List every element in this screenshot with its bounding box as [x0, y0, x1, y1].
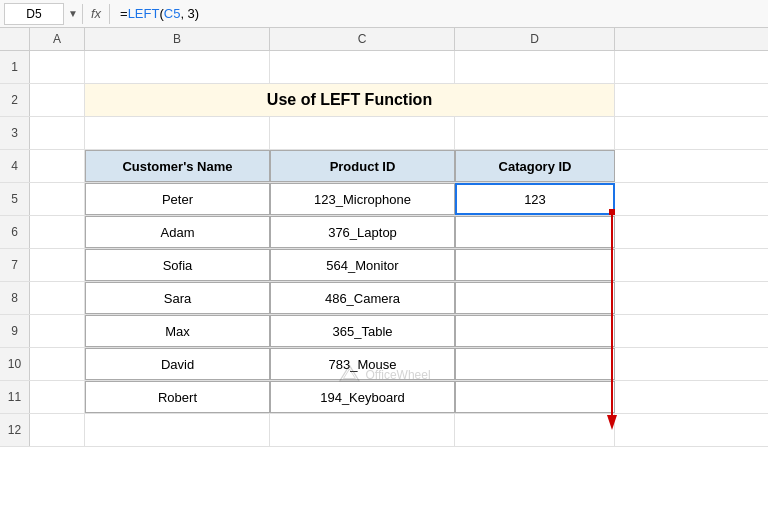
cell-b5-value: Peter [162, 192, 193, 207]
cell-d9[interactable] [455, 315, 615, 347]
cell-c7-value: 564_Monitor [326, 258, 398, 273]
cell-d5[interactable]: 123 [455, 183, 615, 215]
title-cell[interactable]: Use of LEFT Function [85, 84, 615, 116]
cell-b5[interactable]: Peter [85, 183, 270, 215]
cell-c6[interactable]: 376_Laptop [270, 216, 455, 248]
row-num-6: 6 [0, 216, 30, 248]
svg-marker-1 [607, 415, 617, 430]
cell-b11[interactable]: Robert [85, 381, 270, 413]
cell-a1[interactable] [30, 51, 85, 83]
header-name-text: Customer's Name [122, 159, 232, 174]
table-row: 3 [0, 117, 768, 150]
cell-a2[interactable] [30, 84, 85, 116]
cell-c5-value: 123_Microphone [314, 192, 411, 207]
watermark-text: OfficeWheel [365, 368, 430, 382]
row-num-4: 4 [0, 150, 30, 182]
col-header-d[interactable]: D [455, 28, 615, 50]
table-row: 1 [0, 51, 768, 84]
col-header-b[interactable]: B [85, 28, 270, 50]
cell-b12[interactable] [85, 414, 270, 446]
cell-b8-value: Sara [164, 291, 191, 306]
row-num-7: 7 [0, 249, 30, 281]
cell-b6-value: Adam [161, 225, 195, 240]
cell-c3[interactable] [270, 117, 455, 149]
column-headers: A B C D [0, 28, 768, 51]
spreadsheet: A B C D 1 2 Use of LEFT Function [0, 28, 768, 515]
row-num-2: 2 [0, 84, 30, 116]
watermark: OfficeWheel [337, 363, 430, 387]
cell-b10[interactable]: David [85, 348, 270, 380]
cell-d11[interactable] [455, 381, 615, 413]
watermark-icon [337, 363, 361, 387]
row-num-8: 8 [0, 282, 30, 314]
cell-c9-value: 365_Table [333, 324, 393, 339]
formula-bar: D5 ▼ fx =LEFT(C5, 3) [0, 0, 768, 28]
cell-a7[interactable] [30, 249, 85, 281]
row-num-3: 3 [0, 117, 30, 149]
cell-c7[interactable]: 564_Monitor [270, 249, 455, 281]
col-header-c[interactable]: C [270, 28, 455, 50]
row-num-12: 12 [0, 414, 30, 446]
cell-b7[interactable]: Sofia [85, 249, 270, 281]
cell-a6[interactable] [30, 216, 85, 248]
cell-c6-value: 376_Laptop [328, 225, 397, 240]
cell-c8-value: 486_Camera [325, 291, 400, 306]
col-header-a[interactable]: A [30, 28, 85, 50]
cell-b7-value: Sofia [163, 258, 193, 273]
cell-a10[interactable] [30, 348, 85, 380]
cell-reference-box[interactable]: D5 [4, 3, 64, 25]
cell-d12[interactable] [455, 414, 615, 446]
header-product[interactable]: Product ID [270, 150, 455, 182]
cell-b9-value: Max [165, 324, 190, 339]
cell-a11[interactable] [30, 381, 85, 413]
cell-c5[interactable]: 123_Microphone [270, 183, 455, 215]
table-row: 6 Adam 376_Laptop [0, 216, 768, 249]
cell-a5[interactable] [30, 183, 85, 215]
cell-d2[interactable] [615, 84, 768, 116]
formula-input[interactable]: =LEFT(C5, 3) [114, 6, 199, 21]
cell-b9[interactable]: Max [85, 315, 270, 347]
cell-ref-text: D5 [26, 7, 41, 21]
row-num-10: 10 [0, 348, 30, 380]
cell-a4[interactable] [30, 150, 85, 182]
formula-bar-divider2 [109, 4, 110, 24]
row-num-1: 1 [0, 51, 30, 83]
cell-b11-value: Robert [158, 390, 197, 405]
row-num-9: 9 [0, 315, 30, 347]
cell-d5-value: 123 [524, 192, 546, 207]
cell-b6[interactable]: Adam [85, 216, 270, 248]
cell-d10[interactable] [455, 348, 615, 380]
header-category[interactable]: Catagory ID [455, 150, 615, 182]
cell-d3[interactable] [455, 117, 615, 149]
cell-a12[interactable] [30, 414, 85, 446]
formula-function: LEFT [128, 6, 160, 21]
table-row: 5 Peter 123_Microphone 123 [0, 183, 768, 216]
formula-ref-c5: C5 [164, 6, 181, 21]
grid-body: 1 2 Use of LEFT Function 3 4 [0, 51, 768, 447]
cell-b1[interactable] [85, 51, 270, 83]
cell-c1[interactable] [270, 51, 455, 83]
cell-c12[interactable] [270, 414, 455, 446]
cell-c11-value: 194_Keyboard [320, 390, 405, 405]
header-product-text: Product ID [330, 159, 396, 174]
cell-d6[interactable] [455, 216, 615, 248]
cell-b3[interactable] [85, 117, 270, 149]
cell-c8[interactable]: 486_Camera [270, 282, 455, 314]
svg-marker-3 [343, 369, 355, 379]
dropdown-arrow-icon[interactable]: ▼ [68, 8, 78, 19]
cell-d7[interactable] [455, 249, 615, 281]
cell-b8[interactable]: Sara [85, 282, 270, 314]
header-category-text: Catagory ID [499, 159, 572, 174]
cell-a9[interactable] [30, 315, 85, 347]
cell-a8[interactable] [30, 282, 85, 314]
cell-a3[interactable] [30, 117, 85, 149]
header-name[interactable]: Customer's Name [85, 150, 270, 182]
table-row: 12 [0, 414, 768, 447]
row-num-header-corner [0, 28, 30, 50]
table-row: 7 Sofia 564_Monitor [0, 249, 768, 282]
cell-d1[interactable] [455, 51, 615, 83]
cell-c9[interactable]: 365_Table [270, 315, 455, 347]
row-num-5: 5 [0, 183, 30, 215]
cell-d8[interactable] [455, 282, 615, 314]
fx-label: fx [87, 6, 105, 21]
